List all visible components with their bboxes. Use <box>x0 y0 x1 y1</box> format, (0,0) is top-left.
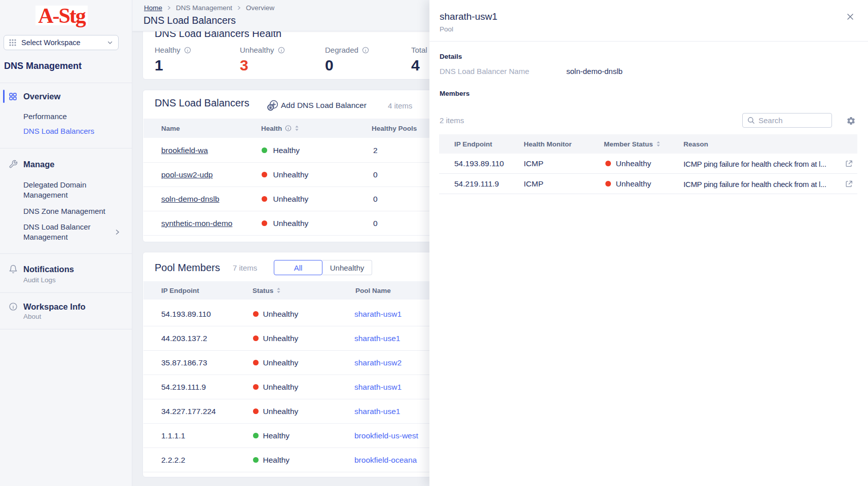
column-header-healthy-pools[interactable]: Healthy Pools <box>372 125 417 132</box>
status-dot <box>262 147 267 153</box>
pool-name-link[interactable]: brookfield-us-west <box>354 431 418 440</box>
reason-text: ICMP ping failure for health check from … <box>683 159 826 168</box>
sidebar-item-performance[interactable]: Performance <box>0 110 132 123</box>
column-header-member-status[interactable]: Member Status <box>604 140 661 148</box>
info-icon[interactable] <box>285 125 292 132</box>
column-header-health-monitor[interactable]: Health Monitor <box>524 140 572 148</box>
sidebar-divider <box>0 83 132 83</box>
column-header-status[interactable]: Status <box>252 287 281 294</box>
lb-name-label: DNS Load Balancer Name <box>440 67 529 76</box>
items-count: 7 items <box>233 264 257 272</box>
external-link-icon[interactable] <box>845 179 853 188</box>
search-input[interactable] <box>758 116 827 125</box>
pool-name-link[interactable]: brookfield-oceana <box>354 456 417 465</box>
breadcrumb-home-link[interactable]: Home <box>144 4 162 12</box>
sidebar-item-label: Audit Logs <box>23 275 56 285</box>
column-header-health[interactable]: Health <box>261 125 299 132</box>
status-filter-group: All Unhealthy <box>274 260 372 275</box>
chevron-right-icon <box>114 229 121 236</box>
drawer-subtitle: Pool <box>440 25 453 33</box>
ip-endpoint: 54.219.111.9 <box>454 179 499 189</box>
info-icon[interactable] <box>184 47 191 54</box>
sidebar-item-dns-zone-management[interactable]: DNS Zone Management <box>0 205 132 217</box>
search-box <box>742 113 832 128</box>
filter-all-button[interactable]: All <box>274 260 322 275</box>
lb-name-link[interactable]: pool-usw2-udp <box>161 170 213 179</box>
healthy-pools-value: 2 <box>373 146 378 155</box>
items-count: 4 items <box>388 101 412 110</box>
lb-name-link[interactable]: synthetic-mon-demo <box>161 219 232 228</box>
column-header-name[interactable]: Name <box>161 125 180 132</box>
status-dot <box>262 220 267 226</box>
gear-icon[interactable] <box>846 116 856 126</box>
sidebar-item-label: Manage <box>23 160 54 169</box>
health-text: Healthy <box>273 146 300 155</box>
product-title: DNS Management <box>4 61 82 71</box>
healthy-pools-value: 0 <box>373 219 378 228</box>
health-monitor: ICMP <box>524 179 544 189</box>
ip-endpoint: 44.203.137.2 <box>161 334 207 343</box>
apps-grid-icon <box>9 39 17 47</box>
sidebar-divider <box>0 329 132 329</box>
info-circle-icon <box>9 302 18 311</box>
pool-name-link[interactable]: sharath-usw1 <box>354 383 402 392</box>
status-dot <box>605 181 611 186</box>
sidebar-item-overview[interactable]: Overview <box>0 89 132 103</box>
bell-icon <box>9 265 18 274</box>
add-dns-load-balancer-button[interactable]: Add DNS Load Balancer <box>267 100 367 111</box>
sort-icon[interactable] <box>295 125 299 132</box>
breadcrumb-separator-icon <box>167 6 171 10</box>
active-section-accent <box>3 90 5 103</box>
status-text: Healthy <box>263 456 290 465</box>
stat-unhealthy: Unhealthy 3 <box>240 46 285 74</box>
ip-endpoint: 54.219.111.9 <box>161 383 206 392</box>
sort-icon[interactable] <box>656 141 661 147</box>
column-header-reason[interactable]: Reason <box>683 140 708 148</box>
health-cell: Healthy <box>262 146 300 155</box>
lb-name-link[interactable]: brookfield-wa <box>161 146 208 155</box>
ip-endpoint: 54.193.89.110 <box>161 310 211 319</box>
sidebar-item-dns-load-balancers[interactable]: DNS Load Balancers <box>0 125 132 137</box>
info-icon[interactable] <box>278 47 285 54</box>
pool-name-link[interactable]: sharath-usw2 <box>354 358 402 367</box>
ip-endpoint: 35.87.186.73 <box>161 358 207 367</box>
stat-total: Total 4 <box>411 46 427 74</box>
health-text: Unhealthy <box>273 219 309 228</box>
sort-icon[interactable] <box>276 287 281 294</box>
member-status-cell: Unhealthy <box>605 179 651 189</box>
sidebar-item-manage[interactable]: Manage <box>0 157 132 171</box>
sidebar-item-about[interactable]: About <box>0 311 132 323</box>
logo[interactable]: A-Stg <box>35 6 88 25</box>
sidebar-item-audit-logs[interactable]: Audit Logs <box>0 274 132 286</box>
status-dot <box>253 335 259 341</box>
column-header-ip-endpoint[interactable]: IP Endpoint <box>454 140 492 148</box>
info-icon[interactable] <box>362 47 369 54</box>
pool-name-link[interactable]: sharath-use1 <box>354 334 400 343</box>
close-icon[interactable] <box>846 12 855 21</box>
column-header-pool-name[interactable]: Pool Name <box>355 287 391 294</box>
table-header: IP Endpoint Health Monitor Member Status… <box>439 134 857 154</box>
sidebar-item-delegated-domain-management[interactable]: Delegated Domain Management <box>0 180 132 200</box>
pool-name-link[interactable]: sharath-usw1 <box>354 310 402 319</box>
stat-healthy: Healthy 1 <box>155 46 191 74</box>
sidebar-item-label: About <box>23 312 41 322</box>
sidebar-item-label: DNS Zone Management <box>23 206 105 216</box>
filter-unhealthy-button[interactable]: Unhealthy <box>322 260 372 275</box>
status-cell: Unhealthy <box>253 358 298 367</box>
pool-name-link[interactable]: sharath-use1 <box>354 407 400 416</box>
table-row: 54.219.111.9 ICMP Unhealthy ICMP ping fa… <box>439 174 857 194</box>
health-cell: Unhealthy <box>262 170 308 179</box>
stat-degraded: Degraded 0 <box>325 46 369 74</box>
workspace-selector[interactable]: Select Workspace <box>4 35 119 50</box>
stat-value: 3 <box>240 57 285 74</box>
breadcrumb-item[interactable]: Overview <box>246 4 274 12</box>
sidebar-divider <box>0 148 132 148</box>
column-header-ip-endpoint[interactable]: IP Endpoint <box>161 287 199 294</box>
external-link-icon[interactable] <box>845 159 853 168</box>
sidebar-item-dns-load-balancer-management[interactable]: DNS Load Balancer Management <box>0 222 132 242</box>
lb-name-value: soln-demo-dnslb <box>566 67 623 76</box>
breadcrumb-item[interactable]: DNS Management <box>176 4 232 12</box>
sidebar-item-label: DNS Load Balancers <box>23 126 94 136</box>
health-cell: Unhealthy <box>262 219 308 228</box>
lb-name-link[interactable]: soln-demo-dnslb <box>161 195 220 204</box>
